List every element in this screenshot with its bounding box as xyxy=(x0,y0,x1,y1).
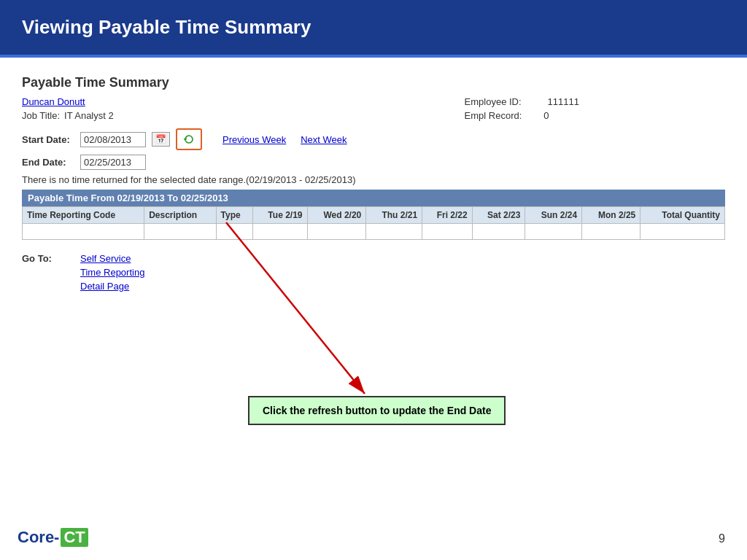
goto-detail-page[interactable]: Detail Page xyxy=(80,281,144,292)
page-number: 9 xyxy=(719,532,725,545)
employee-link[interactable]: Duncan Donutt xyxy=(22,96,85,107)
col-thu: Thu 2/21 xyxy=(366,207,422,224)
tooltip-text: Click the refresh button to update the E… xyxy=(263,405,491,416)
table-header-bar: Payable Time From 02/19/2013 To 02/25/20… xyxy=(22,190,725,206)
footer: Core- CT xyxy=(18,528,88,547)
col-time-reporting-code: Time Reporting Code xyxy=(23,207,144,224)
col-tue: Tue 2/19 xyxy=(252,207,307,224)
page-title: Viewing Payable Time Summary xyxy=(22,16,311,38)
previous-week-link[interactable]: Previous Week xyxy=(222,134,286,145)
end-date-input[interactable] xyxy=(80,155,146,170)
start-date-label: Start Date: xyxy=(22,134,74,145)
cell-desc xyxy=(144,224,216,240)
goto-section: Go To: Self Service Time Reporting Detai… xyxy=(22,253,725,292)
page-heading: Payable Time Summary xyxy=(22,75,725,90)
col-total-quantity: Total Quantity xyxy=(640,207,725,224)
footer-ct-text: CT xyxy=(61,528,88,547)
cell-wed xyxy=(307,224,366,240)
goto-label: Go To: xyxy=(22,253,80,292)
refresh-button[interactable] xyxy=(176,128,202,150)
col-sun: Sun 2/24 xyxy=(525,207,582,224)
col-sat: Sat 2/23 xyxy=(472,207,525,224)
tooltip-box: Click the refresh button to update the E… xyxy=(248,396,506,425)
cell-mon xyxy=(582,224,640,240)
job-title-label: Job Title: xyxy=(22,110,60,121)
cell-tue xyxy=(252,224,307,240)
col-fri: Fri 2/22 xyxy=(422,207,473,224)
table-row xyxy=(23,224,725,240)
info-left: Duncan Donutt Job Title: IT Analyst 2 xyxy=(22,96,114,121)
cell-sun xyxy=(525,224,582,240)
start-date-input[interactable] xyxy=(80,132,146,147)
no-time-message: There is no time returned for the select… xyxy=(22,174,725,185)
info-right: Employee ID: 111111 Empl Record: 0 xyxy=(465,96,579,121)
empl-record-value: 0 xyxy=(543,110,549,121)
table-section: Payable Time From 02/19/2013 To 02/25/20… xyxy=(22,190,725,240)
calendar-icon[interactable]: 📅 xyxy=(152,132,170,147)
header-bar: Viewing Payable Time Summary xyxy=(0,0,747,55)
job-title-row: Job Title: IT Analyst 2 xyxy=(22,110,114,121)
end-date-row: End Date: xyxy=(22,155,725,170)
employee-id-row: Employee ID: 111111 xyxy=(465,96,579,107)
cell-thu xyxy=(366,224,422,240)
cell-total xyxy=(640,224,725,240)
info-grid: Duncan Donutt Job Title: IT Analyst 2 Em… xyxy=(22,96,725,121)
cell-fri xyxy=(422,224,473,240)
goto-self-service[interactable]: Self Service xyxy=(80,253,144,264)
employee-id-value: 111111 xyxy=(548,96,579,107)
refresh-icon xyxy=(183,133,195,146)
goto-time-reporting[interactable]: Time Reporting xyxy=(80,267,144,278)
col-type: Type xyxy=(216,207,252,224)
date-section: Start Date: 📅 Previous Week Next Week En… xyxy=(22,128,725,170)
main-content: Payable Time Summary Duncan Donutt Job T… xyxy=(0,58,747,306)
col-wed: Wed 2/20 xyxy=(307,207,366,224)
footer-core-text: Core- xyxy=(18,528,59,547)
start-date-row: Start Date: 📅 Previous Week Next Week xyxy=(22,128,725,150)
empl-record-row: Empl Record: 0 xyxy=(465,110,579,121)
end-date-label: End Date: xyxy=(22,157,74,168)
cell-sat xyxy=(472,224,525,240)
cell-type xyxy=(216,224,252,240)
job-title-value: IT Analyst 2 xyxy=(64,110,114,121)
payable-table: Time Reporting Code Description Type Tue… xyxy=(22,206,725,240)
empl-record-label: Empl Record: xyxy=(465,110,522,121)
cell-trc xyxy=(23,224,144,240)
table-header-row: Time Reporting Code Description Type Tue… xyxy=(23,207,725,224)
goto-links: Self Service Time Reporting Detail Page xyxy=(80,253,144,292)
col-description: Description xyxy=(144,207,216,224)
next-week-link[interactable]: Next Week xyxy=(301,134,347,145)
week-nav: Previous Week Next Week xyxy=(222,134,347,145)
employee-id-label: Employee ID: xyxy=(465,96,522,107)
col-mon: Mon 2/25 xyxy=(582,207,640,224)
